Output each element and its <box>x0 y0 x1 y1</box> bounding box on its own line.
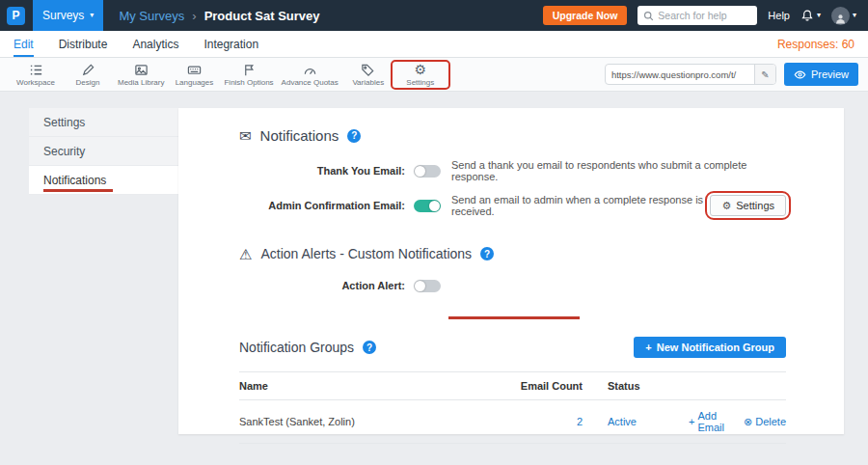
sidebar-item-label: Security <box>43 145 85 158</box>
search-icon <box>643 11 654 21</box>
breadcrumb-my-surveys[interactable]: My Surveys <box>119 9 184 23</box>
toolbar-item-label: Languages <box>176 78 214 87</box>
toolbar-item-label: Design <box>76 78 100 87</box>
gear-icon: ⚙ <box>721 201 731 211</box>
help-link[interactable]: Help <box>768 10 790 21</box>
help-search-input[interactable] <box>658 10 751 21</box>
preview-button[interactable]: Preview <box>784 63 858 86</box>
surveys-menu-button[interactable]: Surveys ▾ <box>33 0 103 31</box>
notification-groups-section-header: Notification Groups ? <box>239 340 376 355</box>
upgrade-now-button[interactable]: Upgrade Now <box>543 6 628 25</box>
thank-you-email-toggle[interactable] <box>414 165 441 178</box>
survey-url-input[interactable] <box>606 69 754 80</box>
toolbar-item-media-library[interactable]: Media Library <box>114 63 168 87</box>
tab-integration[interactable]: Integration <box>203 31 258 57</box>
settings-sidebar: Settings Security Notifications <box>29 108 178 195</box>
sidebar-item-settings[interactable]: Settings <box>29 108 178 137</box>
action-alerts-section-title: Action Alerts - Custom Notifications <box>260 246 472 261</box>
column-header-status: Status <box>608 380 689 392</box>
toolbar-item-label: Variables <box>352 78 384 87</box>
action-alerts-section-header: ⚠ Action Alerts - Custom Notifications ? <box>239 246 786 261</box>
topbar-right-group: Upgrade Now Help ▾ ▾ <box>543 6 856 25</box>
sidebar-item-label: Notifications <box>43 174 106 187</box>
pencil-icon: ✎ <box>761 69 769 80</box>
help-search-box <box>637 6 757 25</box>
surveys-menu-label: Surveys <box>42 9 84 22</box>
annotation-underline-admin-email <box>448 316 580 319</box>
settings-gear-icon: ⚙ <box>414 63 426 77</box>
survey-nav-bar: Edit Distribute Analytics Integration Re… <box>0 31 868 58</box>
app-window: P Surveys ▾ My Surveys › Product Sat Sur… <box>0 0 868 465</box>
toolbar-item-design[interactable]: Design <box>62 63 114 87</box>
tab-edit[interactable]: Edit <box>14 31 34 57</box>
responses-count-link[interactable]: Responses: 60 <box>777 38 854 51</box>
table-row: SankTest (Sanket, Zolin) 2 Active + Add … <box>239 400 786 444</box>
thank-you-email-row: Thank You Email: Send a thank you email … <box>239 159 786 182</box>
questionpro-logo[interactable]: P <box>7 7 25 25</box>
tab-distribute[interactable]: Distribute <box>59 31 108 57</box>
action-alert-row: Action Alert: <box>239 277 786 294</box>
preview-label: Preview <box>811 68 849 80</box>
chevron-down-icon: ▾ <box>853 12 856 19</box>
admin-email-settings-label: Settings <box>736 200 774 211</box>
breadcrumb-current-survey: Product Sat Survey <box>204 9 320 23</box>
notifications-section-header: ✉ Notifications ? <box>239 127 786 144</box>
nav-tabs: Edit Distribute Analytics Integration <box>14 31 258 57</box>
warning-icon: ⚠ <box>239 247 252 261</box>
languages-icon <box>187 63 202 77</box>
admin-confirmation-email-row: Admin Confirmation Email: Send an email … <box>239 194 786 217</box>
person-icon <box>834 13 847 25</box>
toolbar-item-variables[interactable]: Variables <box>342 63 394 87</box>
notifications-bell-button[interactable]: ▾ <box>800 9 821 22</box>
account-menu-button[interactable]: ▾ <box>831 7 856 25</box>
toolbar-item-finish-options[interactable]: Finish Options <box>220 63 277 87</box>
delete-icon: ⊗ <box>744 417 752 427</box>
notification-groups-table: Name Email Count Status SankTest (Sanket… <box>239 371 786 444</box>
survey-url-field: ✎ <box>605 64 776 85</box>
toolbar-item-label: Workspace <box>16 78 55 87</box>
help-icon[interactable]: ? <box>347 129 361 143</box>
admin-confirmation-email-toggle[interactable] <box>414 200 441 212</box>
design-icon <box>81 63 95 77</box>
toolbar-item-workspace[interactable]: Workspace <box>10 63 62 87</box>
breadcrumb-separator-icon: › <box>192 9 196 23</box>
plus-icon: + <box>645 342 651 353</box>
breadcrumb: My Surveys › Product Sat Survey <box>119 9 319 23</box>
sidebar-item-security[interactable]: Security <box>29 137 178 166</box>
admin-confirmation-email-description: Send an email to admin when a complete r… <box>451 194 710 217</box>
advance-quotas-icon <box>303 63 317 77</box>
new-notification-group-button[interactable]: + New Notification Group <box>634 337 786 358</box>
sidebar-item-label: Settings <box>43 116 85 129</box>
envelope-icon: ✉ <box>239 128 252 143</box>
sidebar-item-notifications[interactable]: Notifications <box>29 166 178 195</box>
finish-options-icon <box>242 63 257 77</box>
column-header-name: Name <box>239 380 519 392</box>
help-icon[interactable]: ? <box>480 247 494 260</box>
notifications-section-title: Notifications <box>260 127 339 144</box>
edit-url-button[interactable]: ✎ <box>754 65 775 84</box>
top-bar: P Surveys ▾ My Surveys › Product Sat Sur… <box>0 0 868 31</box>
toolbar-item-label: Media Library <box>118 78 164 87</box>
avatar <box>831 7 850 25</box>
toolbar-item-advance-quotas[interactable]: Advance Quotas <box>278 63 342 87</box>
table-header-row: Name Email Count Status <box>239 371 786 400</box>
toolbar-item-languages[interactable]: Languages <box>168 63 220 87</box>
thank-you-email-label: Thank You Email: <box>239 165 405 177</box>
action-alert-toggle[interactable] <box>414 280 441 292</box>
thank-you-email-description: Send a thank you email to respondents wh… <box>451 159 786 182</box>
tab-analytics[interactable]: Analytics <box>132 31 178 57</box>
toolbar-right-group: ✎ Preview <box>605 63 858 86</box>
group-actions-cell: + Add Email ⊗ Delete <box>689 410 786 433</box>
help-icon[interactable]: ? <box>363 341 376 354</box>
notification-groups-title: Notification Groups <box>239 340 354 355</box>
group-status-link[interactable]: Active <box>608 416 689 427</box>
toolbar-item-label: Advance Quotas <box>282 78 339 87</box>
add-email-link[interactable]: + Add Email <box>689 410 730 433</box>
group-email-count-link[interactable]: 2 <box>519 416 583 427</box>
column-header-email-count: Email Count <box>519 380 583 392</box>
variables-icon <box>361 63 375 77</box>
delete-link[interactable]: ⊗ Delete <box>744 410 786 433</box>
add-email-label: Add Email <box>697 410 730 433</box>
admin-email-settings-button[interactable]: ⚙ Settings <box>710 195 786 216</box>
toolbar-item-settings[interactable]: ⚙ Settings <box>394 63 447 87</box>
